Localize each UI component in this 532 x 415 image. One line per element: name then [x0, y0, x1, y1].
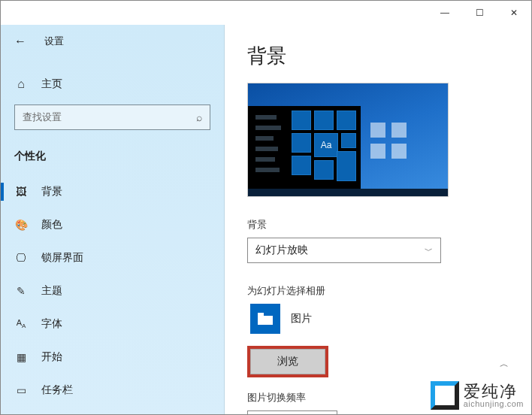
svg-rect-0 — [258, 316, 273, 325]
background-preview: Aa — [247, 83, 449, 197]
browse-highlight: 浏览 — [247, 346, 328, 377]
sidebar-item-start[interactable]: ▦ 开始 — [1, 341, 224, 374]
sidebar-item-lockscreen[interactable]: 🖵 锁屏界面 — [1, 241, 224, 274]
windows-logo-icon — [370, 123, 407, 159]
lockscreen-icon: 🖵 — [14, 252, 28, 264]
window-minimize-button[interactable]: — — [428, 1, 462, 25]
background-section-label: 背景 — [247, 218, 509, 232]
dropdown-value: 幻灯片放映 — [255, 244, 308, 257]
sidebar-item-label: 锁屏界面 — [41, 251, 83, 265]
sidebar-item-home[interactable]: ⌂ 主页 — [1, 68, 224, 100]
sidebar: ← 设置 ⌂ 主页 查找设置 ⌕ 个性化 🖼 背景 🎨 颜色 — [1, 25, 225, 414]
browse-button[interactable]: 浏览 — [250, 349, 325, 374]
content-area: 背景 Aa — [225, 25, 531, 414]
page-title: 背景 — [247, 43, 509, 69]
app-title: 设置 — [44, 35, 64, 48]
sidebar-item-themes[interactable]: ✎ 主题 — [1, 274, 224, 307]
taskbar-icon: ▭ — [14, 384, 28, 396]
picture-icon: 🖼 — [14, 186, 28, 198]
search-input[interactable]: 查找设置 ⌕ — [14, 105, 210, 130]
window-close-button[interactable]: ✕ — [497, 1, 531, 25]
sidebar-item-label: 字体 — [41, 317, 62, 331]
watermark-url: aichunjing.com — [464, 400, 524, 408]
font-icon: AA — [14, 318, 28, 329]
watermark: 爱纯净 aichunjing.com — [431, 381, 524, 410]
theme-icon: ✎ — [14, 285, 28, 297]
category-title: 个性化 — [1, 130, 224, 169]
search-icon: ⌕ — [196, 111, 202, 123]
start-icon: ▦ — [14, 351, 28, 363]
sidebar-item-background[interactable]: 🖼 背景 — [1, 175, 224, 208]
album-section-label: 为幻灯片选择相册 — [247, 284, 509, 298]
sidebar-item-label: 颜色 — [41, 218, 62, 232]
sidebar-item-fonts[interactable]: AA 字体 — [1, 307, 224, 341]
sidebar-item-label: 任务栏 — [41, 383, 73, 397]
window-maximize-button[interactable]: ☐ — [462, 1, 497, 25]
sidebar-item-label: 主页 — [41, 77, 62, 91]
album-row[interactable]: 图片 — [247, 304, 509, 334]
svg-rect-1 — [258, 313, 264, 316]
chevron-down-icon: ﹀ — [425, 245, 433, 256]
palette-icon: 🎨 — [14, 219, 28, 231]
album-value: 图片 — [291, 312, 312, 326]
sidebar-item-colors[interactable]: 🎨 颜色 — [1, 208, 224, 241]
sidebar-item-taskbar[interactable]: ▭ 任务栏 — [1, 374, 224, 407]
search-placeholder: 查找设置 — [23, 111, 62, 124]
sidebar-item-label: 背景 — [41, 185, 62, 198]
folder-icon — [250, 304, 280, 334]
frequency-dropdown[interactable]: 30 分钟 ﹀ — [247, 410, 337, 414]
sidebar-item-label: 主题 — [41, 284, 62, 298]
watermark-title: 爱纯净 — [464, 383, 524, 400]
home-icon: ⌂ — [14, 77, 28, 91]
watermark-logo-icon — [431, 381, 459, 410]
preview-tile-aa: Aa — [314, 133, 338, 157]
scroll-up-icon[interactable]: ︿ — [500, 358, 509, 371]
sidebar-item-label: 开始 — [41, 350, 62, 364]
background-mode-dropdown[interactable]: 幻灯片放映 ﹀ — [247, 238, 441, 263]
back-button[interactable]: ← — [14, 35, 26, 48]
